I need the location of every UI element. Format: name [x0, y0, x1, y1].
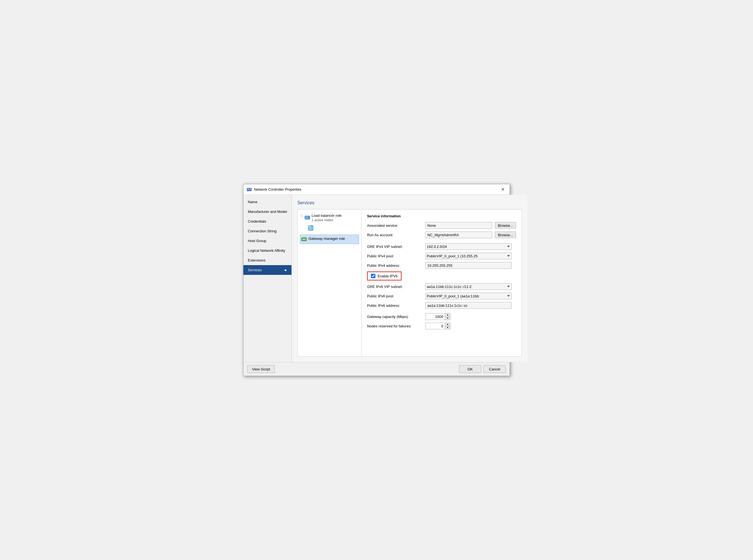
section-title: Services [297, 200, 522, 205]
gateway-capacity-input[interactable] [425, 313, 445, 320]
gateway-capacity-down[interactable]: ▼ [445, 317, 450, 320]
svg-rect-14 [302, 239, 303, 240]
gateway-capacity-spinbox: ▲ ▼ [425, 313, 450, 320]
close-button[interactable]: ✕ [499, 187, 506, 192]
svg-rect-1 [248, 189, 249, 189]
sidebar-item-connection-string[interactable]: Connection String [243, 226, 291, 236]
gre-ipv6-select[interactable]: aa1a:11bb:111c:1c1c::/11-2 [425, 283, 511, 290]
load-balancer-sub: 1 active nodes [312, 218, 342, 222]
network-controller-properties-dialog: Network Controller Properties ✕ Name Man… [243, 184, 510, 376]
gre-ipv4-label: GRE IPv4 VIP subnet: [367, 244, 423, 249]
nodes-reserved-up[interactable]: ▲ [445, 323, 450, 326]
public-ipv6-pool-select[interactable]: PublicVIP_0_pool_1 (aa1a:11bb: [425, 293, 511, 299]
title-bar: Network Controller Properties ✕ [243, 184, 510, 195]
tree-child-node [308, 225, 359, 232]
gateway-capacity-row: Gateway capacity (Mbps): ▲ ▼ [367, 313, 516, 320]
public-ipv4-addr-row: Public IPv4 address: [367, 262, 516, 269]
public-ipv4-addr-input[interactable] [425, 262, 511, 269]
gateway-capacity-label: Gateway capacity (Mbps): [367, 315, 423, 319]
sidebar-item-name[interactable]: Name [243, 197, 291, 207]
svg-rect-15 [305, 239, 306, 240]
enable-ipv6-checkbox[interactable] [371, 274, 375, 278]
ok-button[interactable]: OK [459, 365, 481, 373]
service-info-title: Service information [367, 214, 516, 218]
run-as-row: Run As account: Browse... [367, 232, 516, 238]
sidebar-item-host-group[interactable]: Host Group [243, 236, 291, 246]
public-ipv4-pool-row: Public IPv4 pool: PublicVIP_0_pool_1 (10… [367, 253, 516, 259]
gateway-manager-label: Gateway manager role [308, 237, 345, 241]
svg-rect-5 [305, 218, 306, 219]
dialog-title: Network Controller Properties [254, 187, 302, 192]
tree-item-gateway-manager[interactable]: Gateway manager role [300, 235, 359, 244]
public-ipv4-pool-label: Public IPv4 pool: [367, 254, 423, 258]
public-ipv6-addr-input[interactable] [425, 302, 511, 309]
content-panel: □ Load balancer role 1 ac [297, 209, 522, 357]
nodes-reserved-row: Nodes reserved for failures: ▲ ▼ [367, 323, 516, 329]
svg-rect-10 [309, 227, 312, 228]
gre-ipv4-row: GRE IPv4 VIP subnet: 192.0.2.0/24 [367, 243, 516, 250]
public-ipv6-addr-row: Public IPv6 address: [367, 302, 516, 309]
associated-service-input[interactable] [425, 222, 492, 229]
public-ipv6-pool-label: Public IPv6 pool: [367, 294, 423, 298]
svg-point-2 [250, 189, 251, 190]
public-ipv4-addr-label: Public IPv4 address: [367, 263, 423, 268]
svg-rect-7 [307, 218, 308, 219]
tree-panel: □ Load balancer role 1 ac [298, 209, 362, 356]
expand-icon: □ [301, 214, 303, 217]
gre-ipv4-select[interactable]: 192.0.2.0/24 [425, 243, 511, 250]
gre-ipv6-label: GRE IPv6 VIP subnet: [367, 285, 423, 289]
svg-point-13 [303, 238, 305, 240]
browse-button-2[interactable]: Browse... [495, 232, 516, 238]
load-balancer-icon [305, 215, 310, 221]
svg-rect-9 [309, 226, 310, 227]
view-script-button[interactable]: View Script [247, 365, 275, 373]
title-bar-left: Network Controller Properties [247, 187, 302, 192]
nodes-reserved-down[interactable]: ▼ [445, 326, 450, 329]
public-ipv6-pool-row: Public IPv6 pool: PublicVIP_0_pool_1 (aa… [367, 293, 516, 299]
associated-service-row: Associated service: Browse... [367, 222, 516, 229]
run-as-label: Run As account: [367, 233, 423, 237]
svg-rect-3 [305, 216, 310, 219]
sidebar-item-credentials[interactable]: Credentials [243, 217, 291, 226]
run-as-input[interactable] [425, 232, 492, 238]
sidebar-item-extensions[interactable]: Extensions [243, 255, 291, 265]
dialog-body: Name Manufacturer and Model Credentials … [243, 195, 510, 362]
cancel-button[interactable]: Cancel [484, 365, 506, 373]
public-ipv6-addr-label: Public IPv6 address: [367, 303, 423, 308]
sidebar-item-manufacturer[interactable]: Manufacturer and Model [243, 207, 291, 217]
dialog-icon [247, 187, 252, 192]
tree-item-load-balancer[interactable]: □ Load balancer role 1 ac [300, 212, 359, 224]
gateway-capacity-up[interactable]: ▲ [445, 314, 450, 317]
footer-left: View Script [247, 365, 275, 373]
svg-rect-6 [307, 217, 308, 217]
dialog-footer: View Script OK Cancel [243, 362, 510, 376]
associated-service-label: Associated service: [367, 223, 423, 227]
nodes-reserved-label: Nodes reserved for failures: [367, 324, 423, 328]
public-ipv4-pool-select[interactable]: PublicVIP_0_pool_1 (10.255.25 [425, 253, 511, 259]
details-panel: Service information Associated service: … [362, 209, 522, 356]
main-content: Services □ [292, 195, 527, 362]
enable-ipv6-row: Enable IPV6 [367, 272, 402, 280]
footer-right: OK Cancel [459, 365, 506, 373]
svg-rect-4 [305, 217, 306, 217]
nodes-reserved-spinbox: ▲ ▼ [425, 323, 450, 329]
enable-ipv6-label[interactable]: Enable IPV6 [378, 274, 398, 278]
sidebar-item-logical-network[interactable]: Logical Network Affinity [243, 246, 291, 255]
load-balancer-label: Load balancer role [312, 214, 342, 218]
nodes-reserved-input[interactable] [425, 323, 445, 329]
node-icon [308, 225, 314, 231]
sidebar-item-services[interactable]: Services [243, 265, 291, 275]
gre-ipv6-row: GRE IPv6 VIP subnet: aa1a:11bb:111c:1c1c… [367, 283, 516, 290]
gateway-icon [301, 237, 307, 242]
sidebar: Name Manufacturer and Model Credentials … [243, 195, 292, 362]
svg-rect-11 [309, 229, 311, 229]
browse-button-1[interactable]: Browse... [495, 222, 516, 229]
